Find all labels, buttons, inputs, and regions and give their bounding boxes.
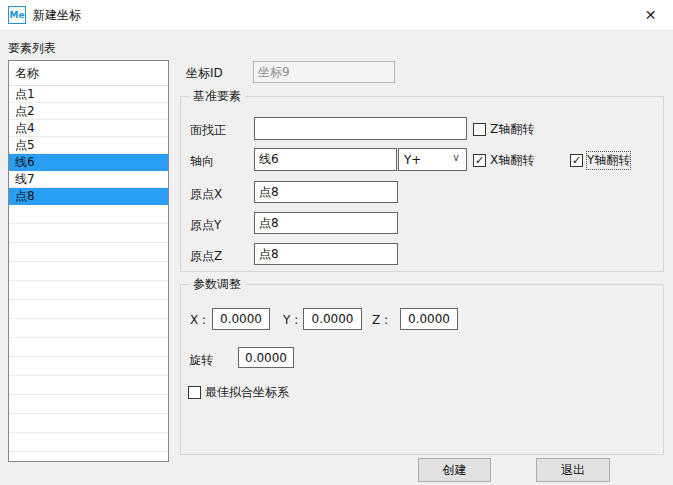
- element-list-label: 要素列表: [8, 40, 56, 57]
- window-title: 新建坐标: [33, 7, 81, 24]
- flip-y-label: Y轴翻转: [587, 152, 630, 169]
- origin-z-input[interactable]: [254, 243, 398, 265]
- list-empty-row: [9, 262, 168, 281]
- create-button[interactable]: 创建: [418, 458, 491, 482]
- list-item-line6[interactable]: 线6: [9, 154, 168, 171]
- best-fit-label: 最佳拟合坐标系: [205, 384, 289, 401]
- origin-x-input[interactable]: [254, 181, 398, 203]
- list-empty-row: [9, 433, 168, 452]
- param-z-label: Z :: [372, 313, 388, 327]
- exit-button[interactable]: 退出: [536, 458, 610, 482]
- list-item-line7[interactable]: 线7: [9, 171, 168, 188]
- rotation-input[interactable]: [238, 347, 294, 368]
- coord-id-input: [253, 61, 395, 83]
- list-empty-row: [9, 319, 168, 338]
- axis-direction-dropdown[interactable]: Y+ ∨: [398, 148, 467, 171]
- reference-group-title: 基准要素: [189, 88, 245, 105]
- origin-y-label: 原点Y: [190, 217, 221, 234]
- new-coordinate-dialog: Me 新建坐标 ✕ 要素列表 名称 点1 点2 点4 点5 线6 线7 点8 坐…: [0, 0, 673, 485]
- list-column-header: 名称: [9, 61, 168, 86]
- list-empty-row: [9, 395, 168, 414]
- list-empty-row: [9, 376, 168, 395]
- list-empty-row: [9, 338, 168, 357]
- list-empty-row: [9, 357, 168, 376]
- axis-label: 轴向: [190, 153, 214, 170]
- checkbox-checked-icon[interactable]: ✓: [473, 154, 486, 167]
- list-empty-row: [9, 224, 168, 243]
- list-item-point4[interactable]: 点4: [9, 120, 168, 137]
- flip-x-label: X轴翻转: [490, 152, 534, 169]
- checkbox-checked-icon[interactable]: ✓: [570, 154, 583, 167]
- flip-z-checkbox[interactable]: Z轴翻转: [473, 121, 534, 138]
- plane-align-input[interactable]: [254, 117, 467, 140]
- list-empty-row: [9, 205, 168, 224]
- best-fit-checkbox[interactable]: 最佳拟合坐标系: [188, 384, 289, 401]
- flip-x-checkbox[interactable]: ✓ X轴翻转: [473, 152, 534, 169]
- plane-align-label: 面找正: [190, 122, 226, 139]
- list-item-point1[interactable]: 点1: [9, 86, 168, 103]
- origin-x-label: 原点X: [190, 186, 222, 203]
- origin-z-label: 原点Z: [190, 248, 222, 265]
- param-y-input[interactable]: [303, 308, 362, 330]
- list-empty-row: [9, 243, 168, 262]
- list-empty-row: [9, 300, 168, 319]
- list-empty-row: [9, 414, 168, 433]
- list-item-point8[interactable]: 点8: [9, 188, 168, 205]
- param-z-input[interactable]: [400, 308, 458, 330]
- axis-direction-value: Y+: [404, 153, 421, 167]
- param-x-label: X :: [190, 313, 206, 327]
- close-icon[interactable]: ✕: [628, 0, 673, 30]
- chevron-down-icon: ∨: [452, 151, 460, 164]
- app-logo-icon: Me: [8, 6, 26, 24]
- rotation-label: 旋转: [189, 352, 213, 369]
- checkbox-unchecked-icon[interactable]: [473, 123, 486, 136]
- list-empty-row: [9, 281, 168, 300]
- list-item-point5[interactable]: 点5: [9, 137, 168, 154]
- list-item-point2[interactable]: 点2: [9, 103, 168, 120]
- axis-input[interactable]: [254, 148, 397, 171]
- origin-y-input[interactable]: [254, 212, 398, 234]
- checkbox-unchecked-icon[interactable]: [188, 386, 201, 399]
- param-x-input[interactable]: [212, 308, 270, 330]
- flip-y-checkbox[interactable]: ✓ Y轴翻转: [570, 152, 630, 169]
- flip-z-label: Z轴翻转: [490, 121, 534, 138]
- param-y-label: Y :: [283, 313, 298, 327]
- title-bar: Me 新建坐标 ✕: [0, 0, 673, 31]
- parameter-group-title: 参数调整: [189, 276, 245, 293]
- coord-id-label: 坐标ID: [186, 65, 223, 82]
- element-listbox[interactable]: 名称 点1 点2 点4 点5 线6 线7 点8: [8, 60, 169, 462]
